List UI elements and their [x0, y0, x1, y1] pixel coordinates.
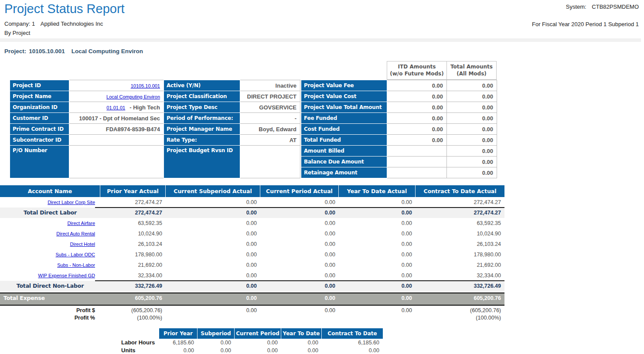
profit-labels: Profit $Profit % [0, 307, 100, 322]
itd-retainage-amount [387, 167, 447, 178]
account-name-cell: Direct Hotel [0, 239, 100, 249]
label-prime-contract-id: Prime Contract ID [10, 124, 69, 135]
label-organization-id: Organization ID [10, 102, 69, 113]
value-rate-type: AT [240, 135, 300, 146]
amount-cell: 0.00 [260, 270, 339, 281]
label-p-o-number: P/O Number [10, 146, 69, 178]
project-id: 10105.10.001 [29, 48, 65, 54]
label-total-funded: Total Funded [301, 135, 387, 146]
amount-cell: 0.00 [339, 239, 416, 249]
total-retainage-amount: 0.00 [447, 167, 497, 178]
amount-cell: 10,024.90 [100, 228, 166, 239]
hours-cell: 0.00 [281, 339, 322, 347]
total-amounts-header: Total Amounts (All Mods) [446, 61, 497, 80]
info-row: Project NameLocal Computing Environ [10, 91, 164, 102]
system-value: CTB82PSMDEMO [592, 3, 639, 10]
account-link-subs-labor-odc[interactable]: Subs - Labor ODC [56, 252, 95, 257]
amounts-row: Total Funded0.000.00 [301, 135, 497, 146]
amount-cell: 605,200.76 [100, 293, 166, 305]
false [339, 314, 412, 322]
profit-values: (605,200.76)(100.00%) [100, 307, 166, 322]
itd-total-funded: 0.00 [387, 135, 447, 146]
amounts-table: Project Value Fee0.000.00Project Value C… [301, 80, 497, 178]
label-subcontractor-id: Subcontractor ID [10, 135, 69, 146]
amount-cell: 0.00 [260, 228, 339, 239]
value-project-classification: DIRECT PROJECT [240, 91, 300, 102]
account-name-cell: Direct Labor Corp Site [0, 197, 100, 208]
amount-cell: 0.00 [339, 281, 416, 291]
total-project-value-total-amount: 0.00 [447, 102, 497, 113]
account-link-direct-labor-corp-site[interactable]: Direct Labor Corp Site [48, 200, 95, 205]
sum-line [95, 280, 504, 281]
amount-cell: 0.00 [260, 218, 339, 228]
amount-cell: 21,692.00 [416, 260, 504, 270]
amount-cell: 0.00 [260, 260, 339, 270]
table-row-total-direct-non-labor: Total Direct Non-Labor332,726.490.000.00… [0, 281, 504, 291]
info-row: Subcontractor ID [10, 135, 164, 146]
total-cost-funded: 0.00 [447, 124, 497, 135]
total-balance-due-amount: 0.00 [447, 157, 497, 167]
hours-cell: 0.00 [159, 347, 198, 354]
value-project-manager-name: Boyd, Edward [240, 124, 300, 135]
amount-cell: 0.00 [166, 239, 260, 249]
project-name-link[interactable]: Local Computing Environ [106, 94, 160, 99]
account-name-cell: Direct Auto Rental [0, 228, 100, 239]
info-row: Project Type DescGOVSERVICE [164, 102, 300, 113]
system-label: System: [566, 3, 586, 10]
amount-cell: 0.00 [260, 239, 339, 249]
account-link-direct-auto-rental[interactable]: Direct Auto Rental [56, 231, 95, 236]
amount-cell: 178,980.00 [416, 249, 504, 260]
column-header-current-subperiod-actual: Current Subperiod Actual [166, 185, 260, 197]
hours-row-labels: Labor HoursUnits [121, 339, 159, 354]
itd-project-value-fee: 0.00 [387, 80, 447, 91]
info-row: Project ID10105.10.001 [10, 80, 164, 91]
itd-fee-funded: 0.00 [387, 113, 447, 124]
value-text-customer-id: 100017 - Dpt of Homeland Sec [79, 115, 160, 122]
info-row: Period of Performance:- [164, 113, 300, 124]
label-customer-id: Customer ID [10, 113, 69, 124]
account-link-wip-expense-finished-gd[interactable]: WIP Expense Finished GD [38, 273, 95, 278]
amount-cell: 10,024.90 [416, 228, 504, 239]
info-table: Active (Y/N)InactiveProject Classificati… [164, 80, 300, 178]
organization-id-link[interactable]: 01.01.01 [106, 105, 125, 110]
amount-cell: 0.00 [339, 228, 416, 239]
total-fee-funded: 0.00 [447, 113, 497, 124]
label-project-value-fee: Project Value Fee [301, 80, 387, 91]
column-header-year-to-date: Year To Date [281, 328, 322, 339]
value-text-rate-type: AT [290, 137, 296, 143]
false: 0.00 [339, 307, 412, 314]
amount-cell: 605,200.76 [416, 293, 504, 305]
value-text-prime-contract-id: FDA8974-8539-B474 [106, 126, 160, 133]
false: Profit $ [0, 307, 97, 314]
account-link-direct-airfare[interactable]: Direct Airfare [67, 221, 95, 226]
info-row: Customer ID100017 - Dpt of Homeland Sec [10, 113, 164, 124]
label-project-classification: Project Classification [164, 91, 240, 102]
account-link-subs-non-labor[interactable]: Subs - Non-Labor [57, 262, 95, 268]
column-header-year-to-date-actual: Year To Date Actual [339, 185, 416, 197]
hours-cell: 0.00 [235, 339, 281, 347]
table-row-direct-labor-corp-site: Direct Labor Corp Site272,474.270.000.00… [0, 197, 504, 208]
amount-cell: 272,474.27 [416, 197, 504, 208]
account-table-header: Account NamePrior Year ActualCurrent Sub… [0, 185, 504, 197]
table-row-subs-labor-odc: Subs - Labor ODC178,980.000.000.000.0017… [0, 249, 504, 260]
label-project-id: Project ID [10, 80, 69, 91]
label-balance-due-amount: Balance Due Amount [301, 157, 387, 167]
hours-cell: 6,185.60 [159, 339, 198, 347]
hours-table-header: Prior YearSubperiodCurrent PeriodYear To… [159, 328, 383, 339]
value-text-organization-id: - High Tech [129, 104, 160, 111]
false: Profit % [0, 314, 97, 322]
sum-line [95, 207, 504, 208]
fiscal-period-line: For Fiscal Year 2020 Period 1 Subperiod … [532, 21, 639, 27]
amount-cell: 0.00 [166, 293, 260, 305]
value-project-type-desc: GOVSERVICE [240, 102, 300, 113]
info-row: Prime Contract IDFDA8974-8539-B474 [10, 124, 164, 135]
account-name-cell: WIP Expense Finished GD [0, 270, 100, 281]
project-id-link[interactable]: 10105.10.001 [131, 83, 160, 88]
amount-cell: 0.00 [260, 249, 339, 260]
itd-cost-funded: 0.00 [387, 124, 447, 135]
total-amounts-line1: Total Amounts [447, 64, 496, 71]
account-link-direct-hotel[interactable]: Direct Hotel [70, 242, 95, 247]
amount-cell: 26,103.24 [100, 239, 166, 249]
account-name-cell: Total Expense [0, 293, 100, 305]
amount-cell: 272,474.27 [416, 208, 504, 218]
